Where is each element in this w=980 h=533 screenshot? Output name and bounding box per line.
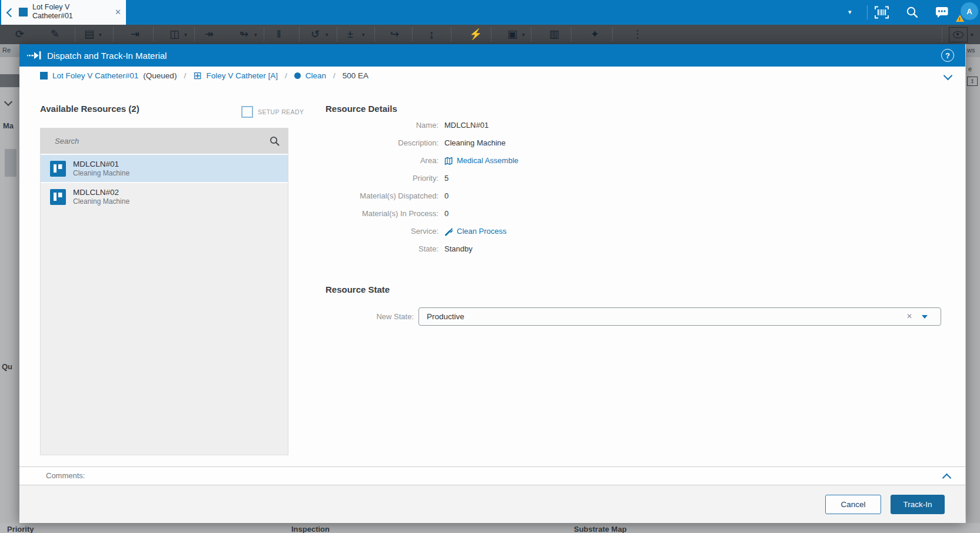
toolbar-divider (491, 27, 491, 42)
available-resources-heading: Available Resources (2) (40, 104, 139, 114)
dropdown-caret-icon[interactable] (922, 315, 928, 319)
view-options-button (949, 27, 968, 42)
caret-icon: ▾ (184, 32, 187, 38)
cancel-button[interactable]: Cancel (825, 495, 881, 514)
dimmed-label: e (968, 65, 972, 72)
topbar-dropdown-icon[interactable]: ▾ (848, 8, 852, 16)
field-label: Name: (302, 120, 438, 131)
avatar-letter: A (966, 7, 972, 16)
caret-icon: ▾ (362, 32, 365, 38)
field-value-materials-in-process: 0 (444, 208, 449, 220)
breadcrumb-separator: / (184, 71, 186, 80)
toolbar-partial-label: Re (2, 47, 11, 54)
dialog-header: Dispatch and Track-In Material ? (19, 44, 965, 67)
step-icon (294, 72, 301, 79)
field-label: Service: (302, 226, 438, 237)
new-state-label: New State: (302, 311, 414, 323)
comments-section[interactable]: Comments: (19, 466, 965, 485)
breadcrumb-collapse-chevron-icon[interactable] (944, 71, 953, 81)
warning-badge-icon: ! (956, 15, 964, 22)
resource-description: Cleaning Machine (73, 197, 129, 206)
resource-name: MDLCLN#01 (73, 159, 129, 169)
dimmed-bottom-strip: Priority Inspection Substrate Map (0, 523, 980, 533)
resource-state-heading: Resource State (325, 284, 390, 294)
toolbar-divider (337, 27, 337, 42)
setup-ready-label: SETUP READY (258, 108, 304, 115)
search-icon[interactable] (270, 136, 280, 146)
toolbar-divider (299, 27, 300, 42)
dispatch-track-in-dialog: Dispatch and Track-In Material ? Lot Fol… (19, 44, 965, 523)
tab-title-line1: Lot Foley V (32, 3, 73, 12)
chat-icon[interactable] (935, 6, 949, 18)
toolbar-divider (451, 27, 451, 42)
breadcrumb-step-link[interactable]: Clean (305, 71, 326, 80)
lot-tab[interactable]: Lot Foley V Catheter#01 ✕ (1, 0, 126, 25)
print-icon: ▣ (507, 27, 517, 41)
smart-icon: ✦ (590, 27, 599, 41)
field-value-state: Standby (444, 243, 473, 255)
toolbar-divider (264, 27, 264, 42)
more-icon: ⋮ (632, 27, 643, 41)
tab-title: Lot Foley V Catheter#01 (32, 3, 73, 21)
breadcrumb: Lot Foley V Catheter#01 (Queued) / ⊞ Fol… (40, 67, 368, 85)
edit-icon: ✎ (51, 27, 59, 41)
field-value-area: Medical Assemble (444, 155, 519, 167)
caret-icon: ▾ (99, 32, 102, 38)
breadcrumb-product-link[interactable]: Foley V Catheter [A] (206, 71, 278, 80)
field-label: Priority: (302, 173, 438, 184)
dimmed-label-priority: Priority (7, 525, 34, 533)
barcode-scanner-icon[interactable] (875, 6, 889, 19)
service-icon (444, 227, 453, 236)
toolbar-divider (942, 27, 942, 42)
breadcrumb-separator: / (333, 71, 335, 80)
comments-expand-chevron-icon[interactable] (942, 474, 952, 483)
toolbar-dimmed: ⟳ ✎ ▤ ▾ ⇥ ◫ ▾ ↠ ↬ ▾ ‖ ↺ ▾ ± ▾ ↪ ↨ ⚡ ▣ ▾ … (0, 25, 980, 44)
field-value-materials-dispatched: 0 (444, 190, 449, 202)
toolbar-divider (113, 27, 114, 42)
resource-list: MDLCLN#01 Cleaning Machine MDLCLN#02 Cle… (40, 128, 288, 455)
breadcrumb-lot-link[interactable]: Lot Foley V Catheter#01 (52, 71, 138, 80)
field-label: Area: (302, 155, 438, 167)
merge-icon: ↠ (205, 27, 214, 41)
setup-ready-checkbox[interactable] (241, 106, 253, 118)
clear-icon[interactable]: ✕ (906, 308, 912, 325)
resource-details-heading: Resource Details (325, 104, 397, 114)
field-value-name: MDLCLN#01 (444, 120, 489, 131)
adjust-icon: ± (347, 27, 353, 41)
service-link[interactable]: Clean Process (457, 226, 507, 237)
field-label: Description: (302, 137, 438, 149)
track-in-button[interactable]: Track-In (891, 495, 945, 514)
new-state-dropdown[interactable]: Productive ✕ (418, 307, 941, 326)
area-link[interactable]: Medical Assemble (457, 155, 519, 167)
track-in-icon: ⇥ (131, 27, 139, 41)
search-icon[interactable] (906, 6, 918, 18)
resource-list-item[interactable]: MDLCLN#02 Cleaning Machine (41, 183, 288, 210)
caret-icon: ▾ (325, 32, 328, 38)
toolbar-divider (412, 27, 413, 42)
breadcrumb-lot-status: (Queued) (143, 71, 177, 80)
sort-icon: ↨ (429, 27, 434, 41)
tab-close-icon[interactable]: ✕ (115, 8, 121, 16)
refresh-icon: ⟳ (15, 27, 24, 41)
hold-icon: ‖ (277, 27, 281, 41)
dimmed-label-inspection: Inspection (291, 525, 330, 533)
lot-icon (40, 72, 48, 80)
action-icon: ⚡ (469, 27, 482, 41)
dimmed-label: Qu (2, 362, 12, 371)
undo-icon: ↺ (311, 27, 320, 41)
resource-list-item[interactable]: MDLCLN#01 Cleaning Machine (41, 155, 288, 182)
dispatch-icon: ◫ (170, 27, 180, 41)
area-icon (444, 157, 453, 165)
topbar-divider (867, 5, 868, 19)
search-input[interactable] (54, 136, 270, 146)
field-label: Material(s) In Process: (302, 208, 438, 220)
dimmed-row (0, 74, 19, 87)
toolbar-divider (194, 27, 195, 42)
toolbar-partial-label: ws (967, 47, 975, 54)
back-chevron-icon[interactable] (6, 8, 16, 18)
dimmed-label: Ma (3, 121, 14, 130)
help-button[interactable]: ? (941, 49, 954, 62)
dispatch-track-in-icon (27, 51, 41, 60)
breadcrumb-separator: / (285, 71, 287, 80)
split-icon: ↬ (240, 27, 248, 41)
